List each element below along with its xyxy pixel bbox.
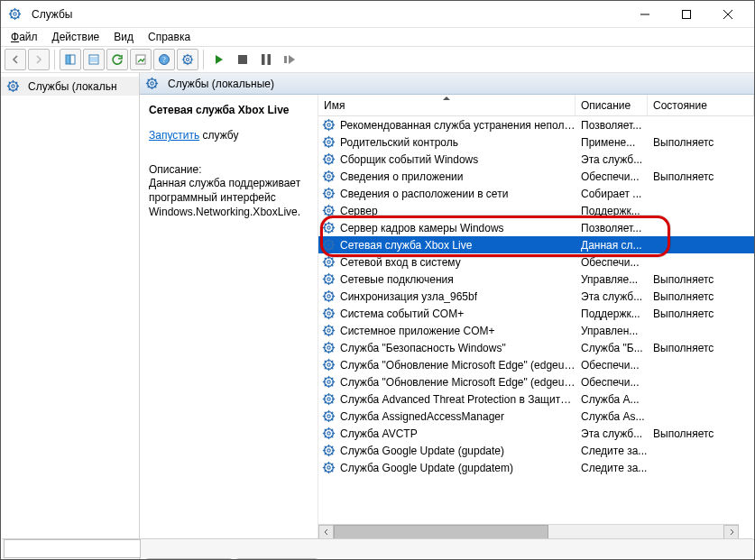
service-row[interactable]: Рекомендованная служба устранения непола… bbox=[318, 116, 754, 133]
service-name: Системное приложение COM+ bbox=[340, 325, 495, 337]
services-list: Имя Описание Состояние Рекомендованная с… bbox=[318, 95, 754, 539]
menu-help[interactable]: Справка bbox=[142, 30, 197, 44]
service-state: Выполняетс bbox=[648, 290, 754, 303]
gear-icon bbox=[6, 79, 20, 93]
service-name: Служба Advanced Threat Protection в Защи… bbox=[340, 393, 575, 406]
toolbar-pause-button[interactable] bbox=[255, 49, 277, 70]
start-service-suffix: службу bbox=[199, 129, 238, 142]
service-row[interactable]: Служба Google Update (gupdatem)Следите з… bbox=[318, 459, 754, 476]
service-desc: Поддержк... bbox=[575, 205, 648, 217]
maximize-button[interactable] bbox=[666, 1, 707, 28]
service-desc: Позволяет... bbox=[575, 119, 648, 132]
gear-icon bbox=[322, 427, 336, 440]
service-desc: Эта служб... bbox=[575, 427, 648, 440]
hscroll-right-button[interactable] bbox=[723, 525, 739, 539]
service-row[interactable]: Служба AssignedAccessManagerСлужба As... bbox=[318, 408, 754, 425]
toolbar-detail-button[interactable] bbox=[60, 49, 81, 70]
hscroll-thumb[interactable] bbox=[334, 525, 548, 539]
service-desc: Следите за... bbox=[575, 445, 648, 457]
gear-icon bbox=[322, 409, 336, 423]
toolbar-refresh-button[interactable] bbox=[106, 49, 128, 70]
toolbar-forward-button[interactable] bbox=[28, 49, 50, 70]
service-name: Служба Google Update (gupdatem) bbox=[340, 462, 513, 474]
service-desc: Обеспечи... bbox=[575, 170, 648, 183]
service-desc: Следите за... bbox=[575, 462, 648, 474]
gear-icon bbox=[322, 289, 336, 303]
menu-action[interactable]: Действие bbox=[46, 30, 106, 44]
service-desc: Обеспечи... bbox=[575, 359, 648, 372]
service-row[interactable]: Сетевой вход в системуОбеспечи... bbox=[318, 253, 754, 271]
service-state: Выполняетс bbox=[648, 427, 754, 440]
service-row[interactable]: Служба Advanced Threat Protection в Защи… bbox=[318, 390, 754, 408]
service-row[interactable]: Система событий COM+Поддержк...Выполняет… bbox=[318, 305, 754, 322]
service-row[interactable]: СерверПоддержк... bbox=[318, 202, 754, 219]
toolbar-gear-button[interactable] bbox=[177, 49, 198, 70]
minimize-button[interactable] bbox=[624, 1, 666, 28]
gear-icon bbox=[322, 255, 336, 269]
col-header-name[interactable]: Имя bbox=[318, 95, 575, 115]
gear-icon bbox=[322, 204, 336, 217]
toolbar-stop-button[interactable] bbox=[232, 49, 253, 70]
service-desc: Эта служб... bbox=[575, 290, 648, 303]
service-desc: Обеспечи... bbox=[575, 376, 648, 389]
service-row[interactable]: Сведения о расположении в сетиСобирает .… bbox=[318, 185, 754, 202]
tree-item-label: Службы (локальн bbox=[28, 80, 117, 93]
close-button[interactable] bbox=[707, 1, 749, 28]
start-service-link[interactable]: Запустить bbox=[149, 129, 199, 142]
service-row[interactable]: Сервер кадров камеры WindowsПозволяет... bbox=[318, 219, 754, 236]
service-row[interactable]: Служба "Обновление Microsoft Edge" (edge… bbox=[318, 373, 754, 390]
gear-icon bbox=[322, 358, 336, 372]
col-header-desc[interactable]: Описание bbox=[575, 95, 648, 115]
gear-icon bbox=[322, 444, 336, 457]
toolbar-back-button[interactable] bbox=[5, 49, 26, 70]
horizontal-scrollbar[interactable] bbox=[318, 524, 739, 539]
toolbar-restart-button[interactable] bbox=[279, 49, 300, 70]
service-desc: Управлен... bbox=[575, 325, 648, 337]
service-desc: Управляе... bbox=[575, 273, 648, 286]
service-row[interactable]: Синхронизация узла_965bfЭта служб...Выпо… bbox=[318, 288, 754, 305]
svg-rect-10 bbox=[262, 54, 265, 65]
service-row[interactable]: Родительский контрольПримене...Выполняет… bbox=[318, 133, 754, 151]
window-title: Службы bbox=[32, 8, 72, 21]
toolbar-properties-button[interactable] bbox=[83, 49, 105, 70]
toolbar-separator bbox=[203, 50, 204, 69]
hscroll-left-button[interactable] bbox=[318, 525, 334, 539]
service-desc: Позволяет... bbox=[575, 222, 648, 234]
service-desc: Эта служб... bbox=[575, 153, 648, 166]
tree-item-services-local[interactable]: Службы (локальн bbox=[1, 77, 139, 96]
service-row[interactable]: Сведения о приложенииОбеспечи...Выполняе… bbox=[318, 168, 754, 185]
gear-icon bbox=[322, 341, 336, 354]
toolbar: ? bbox=[1, 46, 754, 73]
svg-rect-3 bbox=[66, 55, 70, 64]
service-row[interactable]: Служба AVCTPЭта служб...Выполняетс bbox=[318, 425, 754, 442]
service-row[interactable]: Служба "Безопасность Windows"Служба "Б..… bbox=[318, 339, 754, 356]
list-header: Имя Описание Состояние bbox=[318, 95, 754, 116]
app-icon bbox=[8, 7, 26, 21]
service-row[interactable]: Системное приложение COM+Управлен... bbox=[318, 322, 754, 339]
service-row[interactable]: Служба Google Update (gupdate)Следите за… bbox=[318, 442, 754, 459]
service-row[interactable]: Сборщик событий WindowsЭта служб... bbox=[318, 151, 754, 168]
gear-icon bbox=[322, 135, 336, 149]
svg-rect-11 bbox=[268, 54, 272, 65]
service-row[interactable]: Служба "Обновление Microsoft Edge" (edge… bbox=[318, 356, 754, 373]
service-name: Сетевой вход в систему bbox=[340, 256, 461, 269]
col-header-state[interactable]: Состояние bbox=[648, 95, 754, 115]
detail-service-name: Сетевая служба Xbox Live bbox=[149, 104, 310, 116]
toolbar-start-button[interactable] bbox=[208, 49, 230, 70]
service-name: Синхронизация узла_965bf bbox=[340, 290, 477, 303]
service-name: Служба "Обновление Microsoft Edge" (edge… bbox=[340, 376, 575, 389]
menu-file[interactable]: Файл bbox=[5, 30, 44, 44]
gear-icon bbox=[322, 238, 336, 252]
service-name: Служба AssignedAccessManager bbox=[340, 410, 504, 423]
service-row[interactable]: Сетевые подключенияУправляе...Выполняетс bbox=[318, 271, 754, 288]
toolbar-help-button[interactable]: ? bbox=[153, 49, 175, 70]
menu-view[interactable]: Вид bbox=[107, 30, 140, 44]
service-desc: Обеспечи... bbox=[575, 256, 648, 269]
toolbar-export-button[interactable] bbox=[130, 49, 152, 70]
service-name: Служба AVCTP bbox=[340, 427, 418, 440]
service-state: Выполняетс bbox=[648, 273, 754, 286]
service-desc: Поддержк... bbox=[575, 308, 648, 320]
svg-rect-4 bbox=[70, 55, 75, 64]
service-row[interactable]: Сетевая служба Xbox LiveДанная сл... bbox=[318, 236, 754, 253]
gear-icon bbox=[322, 170, 336, 183]
